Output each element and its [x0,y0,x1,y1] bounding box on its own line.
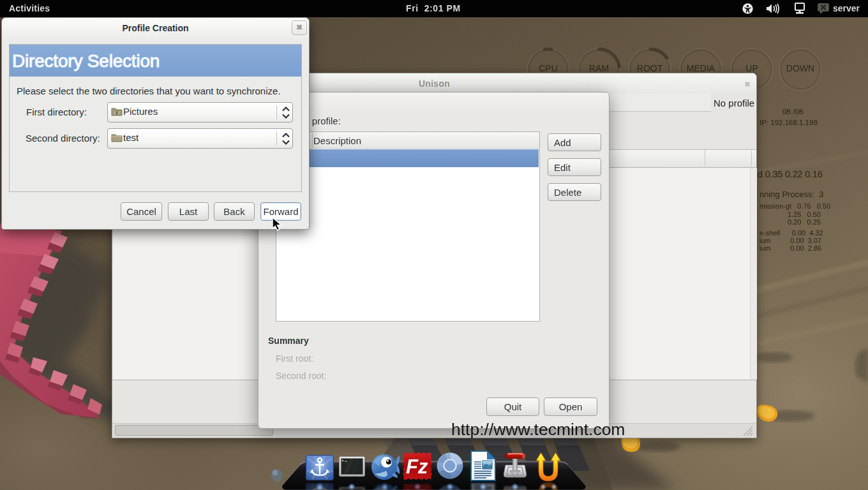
svg-text:CPU: CPU [539,63,558,73]
svg-text:RAM: RAM [589,63,609,73]
svg-text:Fz: Fz [406,456,428,478]
svg-text:DOWN: DOWN [786,63,814,73]
svg-text:ROOT: ROOT [637,63,663,73]
svg-text:UP: UP [745,63,758,73]
svg-text:MEDIA: MEDIA [687,63,715,73]
svg-text:Fz: Fz [406,486,428,490]
